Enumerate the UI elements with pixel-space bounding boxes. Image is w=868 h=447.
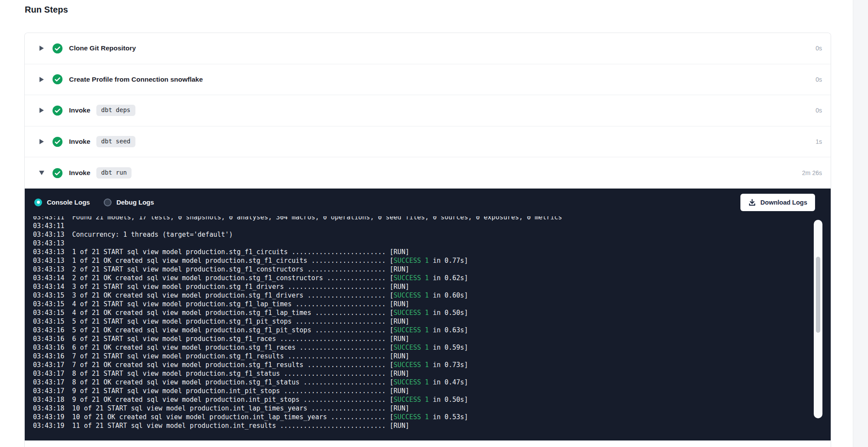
console-log-output[interactable]: 03:43:11 Found 21 models, 17 tests, 0 sn… — [25, 216, 831, 440]
run-steps-list: Clone Git Repository 0s Create Profile f… — [25, 33, 831, 189]
log-line: 03:43:13 2 of 21 START sql view model pr… — [33, 265, 831, 274]
step-command-badge: dbt seed — [96, 136, 135, 147]
step-command-badge: dbt deps — [96, 105, 135, 116]
log-line: 03:43:13 — [33, 239, 831, 248]
step-label: Clone Git Repository — [69, 44, 136, 52]
download-icon — [748, 199, 756, 206]
step-duration: 0s — [815, 45, 822, 52]
success-check-icon — [53, 137, 62, 147]
step-duration: 0s — [815, 76, 822, 83]
log-line: 03:43:16 6 of 21 START sql view model pr… — [33, 334, 831, 343]
log-line: 03:43:17 9 of 21 START sql view model pr… — [33, 387, 831, 395]
log-line: 03:43:14 2 of 21 OK created sql view mod… — [33, 274, 831, 282]
log-line: 03:43:19 10 of 21 OK created sql view mo… — [33, 413, 831, 421]
step-label: Invoke — [69, 106, 90, 114]
log-line: 03:43:18 10 of 21 START sql view model p… — [33, 404, 831, 413]
debug-logs-label: Debug Logs — [116, 199, 154, 206]
run-step-row[interactable]: Create Profile from Connection snowflake… — [25, 64, 831, 96]
log-line: 03:43:19 11 of 21 START sql view model p… — [33, 421, 831, 430]
success-check-icon — [53, 168, 62, 178]
log-lines: 03:43:11 Found 21 models, 17 tests, 0 sn… — [33, 216, 831, 430]
log-line: 03:43:16 7 of 21 START sql view model pr… — [33, 352, 831, 361]
log-line: 03:43:17 8 of 21 OK created sql view mod… — [33, 378, 831, 387]
step-command-badge: dbt run — [96, 167, 132, 179]
step-duration: 2m 26s — [802, 169, 822, 176]
run-step-row[interactable]: Clone Git Repository 0s — [25, 33, 831, 64]
log-line: 03:43:14 3 of 21 START sql view model pr… — [33, 282, 831, 291]
log-line: 03:43:11 — [33, 222, 831, 230]
tab-console-logs[interactable]: Console Logs — [34, 199, 90, 206]
run-steps-card: Clone Git Repository 0s Create Profile f… — [24, 33, 831, 447]
success-check-icon — [53, 43, 62, 53]
log-line: 03:43:13 Concurrency: 1 threads (target=… — [33, 230, 831, 239]
expander-icon[interactable] — [39, 171, 45, 175]
log-line: 03:43:18 9 of 21 OK created sql view mod… — [33, 395, 831, 404]
step-label: Invoke — [69, 138, 90, 146]
step-label: Invoke — [69, 169, 90, 177]
log-panel: Console Logs Debug Logs Download Logs 03… — [25, 189, 831, 440]
log-scrollbar-track[interactable] — [814, 220, 822, 418]
expander-icon[interactable] — [39, 77, 45, 82]
expander-icon[interactable] — [39, 139, 45, 144]
log-line: 03:43:17 7 of 21 OK created sql view mod… — [33, 361, 831, 369]
success-check-icon — [53, 106, 62, 116]
expander-icon[interactable] — [39, 46, 45, 51]
page-title: Run Steps — [25, 5, 68, 15]
run-step-row[interactable]: Invoke dbt deps 0s — [25, 95, 831, 126]
download-logs-button[interactable]: Download Logs — [740, 194, 815, 211]
debug-logs-radio-icon[interactable] — [104, 199, 112, 206]
page-right-gutter — [853, 0, 868, 447]
console-logs-label: Console Logs — [47, 199, 90, 206]
tab-debug-logs[interactable]: Debug Logs — [104, 199, 154, 206]
log-line: 03:43:16 5 of 21 OK created sql view mod… — [33, 326, 831, 334]
log-panel-header: Console Logs Debug Logs Download Logs — [25, 189, 831, 216]
step-duration: 0s — [815, 107, 822, 114]
expander-icon[interactable] — [39, 108, 45, 113]
success-check-icon — [53, 74, 62, 84]
log-line: 03:43:15 3 of 21 OK created sql view mod… — [33, 291, 831, 300]
log-line: 03:43:15 4 of 21 START sql view model pr… — [33, 300, 831, 308]
step-label: Create Profile from Connection snowflake — [69, 76, 203, 83]
log-line: 03:43:13 1 of 21 START sql view model pr… — [33, 248, 831, 256]
log-scrollbar-thumb[interactable] — [816, 257, 820, 333]
log-line: 03:43:13 1 of 21 OK created sql view mod… — [33, 256, 831, 265]
log-line: 03:43:16 6 of 21 OK created sql view mod… — [33, 343, 831, 352]
log-line: 03:43:15 5 of 21 START sql view model pr… — [33, 317, 831, 326]
download-logs-label: Download Logs — [760, 199, 807, 206]
step-duration: 1s — [815, 138, 822, 145]
log-line: 03:43:17 8 of 21 START sql view model pr… — [33, 369, 831, 378]
console-logs-radio-icon[interactable] — [34, 199, 42, 206]
run-step-row[interactable]: Invoke dbt run 2m 26s — [25, 157, 831, 189]
run-step-row[interactable]: Invoke dbt seed 1s — [25, 126, 831, 158]
log-line: 03:43:15 4 of 21 OK created sql view mod… — [33, 308, 831, 317]
log-line: 03:43:11 Found 21 models, 17 tests, 0 sn… — [33, 216, 831, 222]
